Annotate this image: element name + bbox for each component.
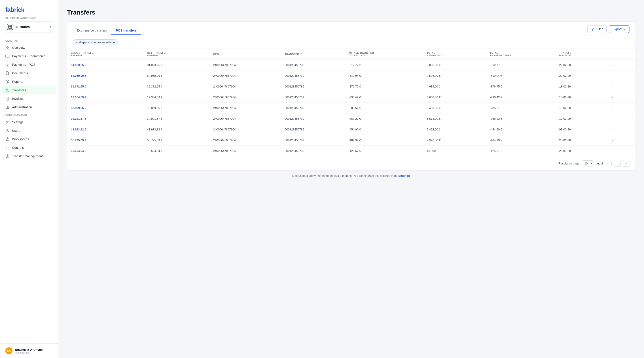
total-refunded: 9.035,00 € bbox=[423, 60, 486, 71]
sidebar-item-overview[interactable]: Overview bbox=[0, 44, 58, 52]
table-row: 64.959,99 € 64.959,99 € 24000647867904 0… bbox=[67, 71, 635, 81]
svg-rect-5 bbox=[8, 46, 9, 48]
sidebar-item-label: Administration bbox=[12, 105, 32, 109]
sidebar-item-controls[interactable]: Controls bbox=[0, 143, 58, 152]
gross-amount[interactable]: 18.839,56 € bbox=[67, 103, 144, 113]
trasfert-fees: -125,57 € bbox=[486, 146, 556, 156]
invoice-icon bbox=[5, 97, 10, 101]
transfer-id: 000123456789 bbox=[281, 135, 345, 146]
total-refunded: 6.463,00 € bbox=[423, 103, 486, 113]
sidebar-item-settings[interactable]: Settings bbox=[0, 118, 58, 126]
row-actions[interactable]: ··· bbox=[609, 81, 635, 92]
filter-tag[interactable]: workspace: shop name milano bbox=[73, 39, 118, 45]
issue-date: 26-01-20 bbox=[556, 146, 608, 156]
avatar: EA bbox=[5, 347, 12, 354]
user-role: Administrator bbox=[15, 351, 44, 354]
sidebar-item-workspaces[interactable]: Workspaces bbox=[0, 135, 58, 143]
sidebar-item-label: Payments - POS bbox=[12, 63, 35, 67]
sidebar-item-payments-ecommerce[interactable]: Payments - Ecommerce bbox=[0, 52, 58, 60]
svg-rect-40 bbox=[6, 146, 7, 147]
sidebar-item-administration[interactable]: Administration bbox=[0, 103, 58, 111]
tab-pos[interactable]: POS transfers bbox=[111, 27, 141, 35]
trasfert-fees: -454,90 € bbox=[486, 124, 556, 135]
sidebar-item-documents[interactable]: Documents bbox=[0, 69, 58, 77]
gross-amount[interactable]: 41.933,82 € bbox=[67, 124, 144, 135]
sidebar-item-users[interactable]: Users bbox=[0, 126, 58, 135]
transfer-id: 000123456789 bbox=[281, 113, 345, 124]
transfer-id: 000123456789 bbox=[281, 92, 345, 103]
gross-amount[interactable]: 15.554,94 € bbox=[67, 146, 144, 156]
sidebar-item-transfer-management[interactable]: Transfer management bbox=[0, 152, 58, 160]
transfer-id: 000123456789 bbox=[281, 71, 345, 81]
svg-rect-0 bbox=[8, 25, 10, 27]
workspace-selector[interactable]: All stores ▾ bbox=[4, 21, 54, 33]
svg-point-35 bbox=[7, 139, 8, 140]
transfers-icon bbox=[5, 88, 10, 92]
filters-row: workspace: shop name milano bbox=[67, 36, 635, 49]
table-row: 15.554,94 € 15.554,94 € 24000647867904 0… bbox=[67, 146, 635, 156]
row-actions[interactable]: ··· bbox=[609, 135, 635, 146]
issue-date: 03-02-20 bbox=[556, 124, 608, 135]
transfer-id: 000123456789 bbox=[281, 81, 345, 92]
row-actions[interactable]: ··· bbox=[609, 124, 635, 135]
settings-link[interactable]: Settings bbox=[398, 174, 410, 177]
sidebar-item-invoices[interactable]: Invoices bbox=[0, 94, 58, 103]
transfers-table: GROSS TRANSFERAMOUNT NET TRANSFERAMOUNT … bbox=[67, 49, 635, 156]
filter-button[interactable]: Filter bbox=[588, 25, 606, 33]
chart-icon bbox=[5, 80, 10, 84]
sidebar-item-payments-pos[interactable]: Payments - POS bbox=[0, 60, 58, 69]
cro-value: 24000647867904 bbox=[210, 71, 281, 81]
sidebar-item-label: Workspaces bbox=[12, 137, 29, 141]
gross-amount[interactable]: 17.354,69 € bbox=[67, 92, 144, 103]
cro-value: 24000647867904 bbox=[210, 124, 281, 135]
tab-ecommerce[interactable]: Ecommerce transfers bbox=[73, 27, 111, 35]
svg-marker-46 bbox=[592, 28, 594, 31]
issue-date: 22-02-20 bbox=[556, 71, 608, 81]
row-actions[interactable]: ··· bbox=[609, 103, 635, 113]
workspace-section-label: SELECTED WORKSPACE bbox=[0, 17, 58, 21]
svg-point-32 bbox=[7, 123, 8, 124]
row-actions[interactable]: ··· bbox=[609, 60, 635, 71]
row-actions[interactable]: ··· bbox=[609, 92, 635, 103]
sidebar-item-reports[interactable]: Reports bbox=[0, 77, 58, 86]
grid-icon bbox=[5, 46, 10, 50]
row-actions[interactable]: ··· bbox=[609, 71, 635, 81]
net-amount: 64.959,99 € bbox=[144, 71, 210, 81]
gross-amount[interactable]: 31.023,25 € bbox=[67, 60, 144, 71]
cro-value: 24000647867904 bbox=[210, 103, 281, 113]
totale-collected: -376,75 € bbox=[345, 81, 423, 92]
col-gross: GROSS TRANSFERAMOUNT bbox=[67, 49, 144, 60]
export-button[interactable]: Export bbox=[609, 25, 630, 33]
row-actions[interactable]: ··· bbox=[609, 113, 635, 124]
per-page-select[interactable]: 10 25 50 bbox=[582, 160, 594, 166]
total-refunded: 3.586,00 € bbox=[423, 71, 486, 81]
row-actions[interactable]: ··· bbox=[609, 146, 635, 156]
col-transfer-id: TRANSFER ID bbox=[281, 49, 345, 60]
trasfert-fees: -376,75 € bbox=[486, 81, 556, 92]
transfer-id: 000123456789 bbox=[281, 60, 345, 71]
total-refunded: 161,00 € bbox=[423, 146, 486, 156]
sidebar-item-transfers[interactable]: Transfers bbox=[2, 86, 56, 94]
prev-page-button[interactable]: ‹ bbox=[614, 160, 620, 167]
col-refunded: TOTALREFUNDED T... bbox=[423, 49, 486, 60]
net-amount: 55.725,09 € bbox=[144, 135, 210, 146]
gross-amount[interactable]: 55.725,09 € bbox=[67, 135, 144, 146]
table-row: 34.921,67 € 34.921,67 € 24000647867904 0… bbox=[67, 113, 635, 124]
gross-amount[interactable]: 64.959,99 € bbox=[67, 71, 144, 81]
total-refunded: 5.573,00 € bbox=[423, 113, 486, 124]
file-icon bbox=[5, 71, 10, 75]
results-label: Results by page bbox=[558, 162, 579, 165]
gross-amount[interactable]: 39.372,65 € bbox=[67, 81, 144, 92]
issue-date: 15-02-20 bbox=[556, 103, 608, 113]
col-issue-date: TRANSFEISSUE DA... bbox=[556, 49, 608, 60]
gross-amount[interactable]: 34.921,67 € bbox=[67, 113, 144, 124]
general-section-label: GENERAL bbox=[0, 37, 58, 44]
next-page-button[interactable]: › bbox=[623, 160, 630, 167]
totale-collected: -484,99 € bbox=[345, 135, 423, 146]
table-row: 18.839,56 € 18.839,56 € 24000647867904 0… bbox=[67, 103, 635, 113]
svg-rect-42 bbox=[6, 148, 7, 149]
brand-logo: fabrick bbox=[5, 6, 52, 14]
cro-value: 24000647867904 bbox=[210, 146, 281, 156]
sidebar-item-label: Controls bbox=[12, 146, 24, 149]
pagination-bar: Results by page 10 25 50 out of ··· ‹ › bbox=[67, 156, 635, 170]
